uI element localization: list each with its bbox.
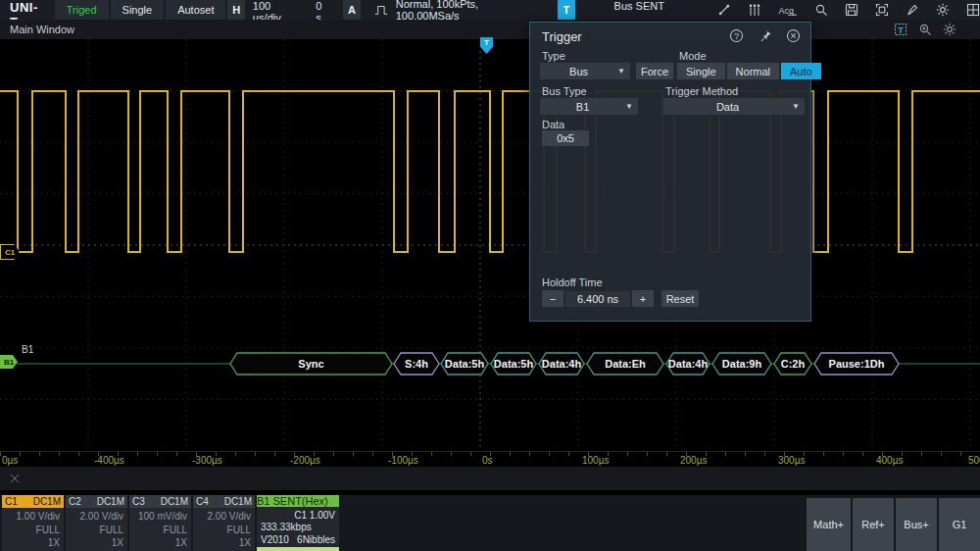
bus1-nibbles: 6Nibbles [297, 534, 335, 545]
svg-text:Data:4h: Data:4h [668, 358, 709, 370]
search-icon[interactable] [814, 3, 828, 17]
bus1-activity-bar [257, 547, 339, 551]
toolbar-button-autoset[interactable]: Autoset [166, 0, 225, 20]
brush-icon[interactable] [906, 3, 919, 17]
channel-id: C3 [132, 496, 145, 507]
bottom-button-math[interactable]: Math+ [807, 498, 851, 551]
bottom-button-g1[interactable]: G1 [939, 498, 980, 551]
trigger-method-label: Trigger Method [665, 85, 738, 97]
holdoff-label: Holdoff Time [542, 276, 603, 288]
horizontal-offset-value[interactable]: 0 s [308, 0, 337, 20]
bus-type-label: Bus Type [542, 85, 587, 97]
mode-button-auto[interactable]: Auto [781, 63, 821, 79]
bus1-label: B1 [22, 344, 33, 355]
channel-panel-c2[interactable]: C2DC1M2.00 V/divFULL1X [66, 495, 127, 551]
bus-decode-segment: Data:4h [539, 353, 584, 375]
bus-decode-segment: Data:9h [712, 353, 771, 375]
svg-text:Data:5h: Data:5h [494, 358, 534, 370]
bus1-id: B1 [257, 495, 270, 507]
svg-text:?: ? [734, 31, 739, 41]
bus1-panel[interactable]: B1 SENT(Hex) C1 1.00V 333.33kbps V2010 6… [257, 495, 339, 551]
channel-setting: 1X [133, 537, 187, 548]
trigger-key[interactable]: T [558, 0, 574, 20]
channel-coupling: DC1M [161, 496, 188, 507]
bus1-type: SENT(Hex) [273, 495, 328, 507]
channel-coupling: DC1M [97, 496, 124, 507]
holdoff-reset-button[interactable]: Reset [662, 290, 699, 307]
pin-icon[interactable] [758, 28, 772, 43]
svg-text:Sync: Sync [298, 358, 323, 370]
channel-setting: FULL [6, 525, 60, 535]
help-icon[interactable]: ? [729, 28, 744, 43]
data-value-box[interactable]: 0x5 [542, 130, 589, 146]
svg-text:Data:Eh: Data:Eh [605, 358, 646, 370]
bus-type-dropdown[interactable]: B1▼ [540, 98, 638, 115]
acq-icon[interactable]: Acq [778, 3, 798, 17]
mode-label: Mode [679, 50, 707, 62]
zoom-in-icon[interactable] [918, 23, 932, 36]
settings-icon[interactable] [943, 23, 956, 36]
data-label: Data [542, 119, 564, 130]
channel-setting: 1X [6, 537, 60, 548]
bottom-button-bus[interactable]: Bus+ [896, 498, 937, 551]
channel-id: C2 [69, 496, 81, 507]
svg-text:T: T [898, 25, 904, 35]
time-axis-label: 500µs [968, 455, 980, 466]
channel-id: C4 [196, 496, 209, 507]
measure-icon[interactable] [748, 3, 761, 17]
window-bar: Main Window T [0, 20, 980, 40]
layout-icon[interactable] [966, 3, 980, 17]
mode-button-normal[interactable]: Normal [727, 63, 779, 79]
channel-panel-c4[interactable]: C4DC1M2.00 V/divFULL1X [193, 495, 255, 551]
scope-canvas: SyncS:4hData:5hData:5hData:4hData:EhData… [0, 39, 980, 451]
cursor-icon[interactable] [717, 3, 731, 17]
type-label: Type [542, 50, 565, 62]
channel-setting: 1X [70, 537, 123, 548]
bus-decode-segment: Sync [230, 353, 392, 375]
chevron-down-icon: ▼ [617, 67, 630, 75]
toolbar-button-triged[interactable]: Triged [55, 0, 109, 20]
trigger-summary[interactable]: Bus SENT [575, 0, 705, 20]
text-tool-icon[interactable]: T [894, 23, 907, 36]
trigger-method-dropdown[interactable]: Data▼ [663, 98, 805, 115]
time-axis-label: 300µs [778, 455, 805, 466]
bus-decode-segment: Data:4h [666, 353, 710, 375]
acquisition-info[interactable]: Normal, 100kPts, 100.00MSa/s [388, 0, 546, 22]
toolbar-button-single[interactable]: Single [111, 0, 165, 20]
time-axis-label: -100µs [388, 455, 418, 466]
pulse-icon [374, 3, 388, 17]
brand-logo: UNI-T [0, 0, 55, 20]
close-all-icon[interactable] [6, 470, 24, 487]
holdoff-decrement-button[interactable]: − [542, 290, 564, 307]
time-axis-label: 0s [482, 455, 493, 466]
toolbar-buttons: TrigedSingleAutoset [55, 0, 228, 20]
channel-panel-c1[interactable]: C1DC1M1.00 V/divFULL1X [2, 495, 64, 551]
bottom-buttons: Math+Ref+Bus+G1 [807, 495, 980, 551]
force-button[interactable]: Force [636, 63, 673, 79]
bottom-button-ref[interactable]: Ref+ [853, 498, 894, 551]
horizontal-key[interactable]: H [227, 0, 244, 20]
bus-decode-segment: C:2h [774, 353, 811, 375]
time-axis-label: -400µs [94, 455, 124, 466]
acquire-key[interactable]: A [343, 0, 360, 20]
type-dropdown[interactable]: Bus▼ [540, 63, 630, 79]
close-icon[interactable] [786, 28, 801, 43]
mode-button-single[interactable]: Single [677, 63, 725, 79]
top-toolbar: UNI-T TrigedSingleAutoset H 100 µs/div 0… [0, 0, 980, 20]
screenshot-icon[interactable] [875, 3, 889, 17]
save-icon[interactable] [845, 3, 858, 17]
c1-waveform-trace [0, 91, 980, 252]
channel-panel-c3[interactable]: C3DC1M100 mV/divFULL1X [129, 495, 191, 551]
time-axis-label: -300µs [192, 455, 222, 466]
waveform-display[interactable]: SyncS:4hData:5hData:5hData:4hData:EhData… [0, 39, 980, 451]
holdoff-increment-button[interactable]: + [632, 290, 654, 307]
dialog-title: Trigger [542, 29, 582, 44]
time-axis: 0µs-400µs-300µs-200µs-100µs0s100µs200µs3… [0, 451, 980, 468]
window-bar-icons: T [894, 23, 980, 36]
timebase-value[interactable]: 100 µs/div [245, 0, 308, 20]
settings-icon[interactable] [936, 3, 950, 17]
svg-text:C:2h: C:2h [781, 358, 806, 370]
holdoff-value[interactable]: 6.400 ns [565, 291, 630, 307]
bus-decode-segment: S:4h [394, 353, 439, 375]
bus-decode-segment: Data:5h [491, 353, 536, 375]
